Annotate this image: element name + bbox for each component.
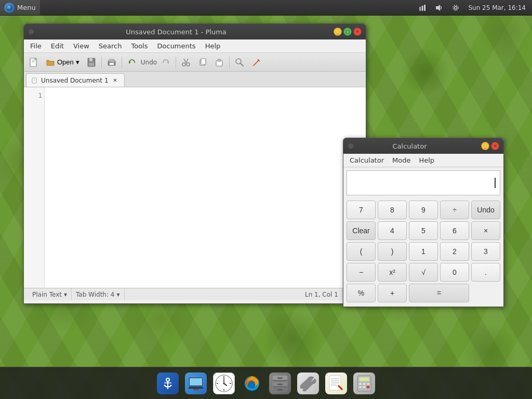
dock-item-text-editor[interactable]	[324, 371, 349, 396]
find-button[interactable]	[232, 55, 247, 70]
calc-menu-calculator[interactable]: Calculator	[345, 155, 388, 166]
dock-item-firefox[interactable]	[240, 371, 264, 396]
svg-rect-38	[190, 378, 202, 385]
svg-rect-15	[109, 59, 114, 62]
highlight-button[interactable]	[248, 55, 264, 70]
pluma-menubar: File Edit View Search Tools Documents He…	[24, 39, 366, 53]
calc-close-button[interactable]: ✕	[491, 142, 499, 150]
pluma-menu-view[interactable]: View	[69, 41, 94, 51]
pluma-menu-edit[interactable]: Edit	[47, 41, 68, 51]
calc-btn-3[interactable]: 3	[471, 242, 500, 261]
save-button[interactable]	[84, 55, 99, 70]
calc-btn-undo[interactable]: Undo	[471, 201, 500, 219]
pluma-menu-documents[interactable]: Documents	[153, 41, 200, 51]
clock-icon	[213, 373, 235, 394]
pluma-menu-help[interactable]: Help	[201, 41, 225, 51]
svg-rect-68	[359, 383, 362, 385]
dock-item-wharfage[interactable]	[155, 371, 180, 396]
calc-btn-2[interactable]: 2	[440, 242, 469, 261]
svg-rect-70	[367, 383, 369, 385]
calc-menubar: Calculator Mode Help	[343, 154, 503, 167]
undo-button[interactable]	[124, 55, 140, 70]
calc-btn-percent[interactable]: %	[347, 284, 376, 302]
svg-point-0	[6, 5, 12, 11]
open-button[interactable]: Open ▾	[43, 55, 83, 70]
datetime-text: Sun 25 Mar, 16:14	[468, 4, 526, 11]
calc-btn-open-paren[interactable]: (	[347, 242, 376, 261]
network-icon-item	[416, 4, 429, 12]
svg-rect-58	[277, 383, 283, 385]
calc-display	[347, 170, 500, 195]
calc-cursor	[495, 178, 496, 188]
calc-btn-add[interactable]: +	[378, 284, 407, 302]
calc-btn-8[interactable]: 8	[378, 201, 407, 219]
pluma-titlebar: Unsaved Document 1 - Pluma _ □ ✕	[24, 24, 366, 39]
tab-width-status[interactable]: Tab Width: 4 ▾	[72, 288, 125, 300]
pluma-dot	[28, 29, 34, 35]
calc-btn-1[interactable]: 1	[409, 242, 438, 261]
dock-item-files[interactable]	[268, 371, 292, 396]
calc-minimize-button[interactable]: _	[481, 142, 489, 150]
calc-btn-dot[interactable]: .	[471, 263, 500, 282]
calc-btn-0[interactable]: 0	[440, 263, 469, 282]
paste-button[interactable]	[211, 55, 227, 70]
svg-rect-72	[363, 386, 366, 388]
calc-btn-4[interactable]: 4	[378, 221, 407, 240]
calc-btn-subtract[interactable]: −	[347, 263, 376, 282]
dock-item-system-tools[interactable]	[296, 371, 321, 396]
redo-button[interactable]	[158, 55, 174, 70]
svg-line-23	[186, 59, 188, 63]
svg-rect-59	[277, 389, 283, 391]
tab-width-arrow: ▾	[116, 291, 119, 298]
copy-button[interactable]	[195, 55, 210, 70]
pluma-status-bar: Plain Text ▾ Tab Width: 4 ▾ Ln 1, Col 1 …	[24, 288, 366, 300]
dock-item-clock[interactable]	[211, 371, 236, 396]
pluma-minimize-button[interactable]: _	[334, 28, 342, 36]
text-editor-icon	[325, 373, 347, 394]
svg-point-6	[453, 5, 458, 10]
calc-btn-sqrt[interactable]: √	[409, 263, 438, 282]
svg-rect-73	[367, 386, 369, 388]
calc-btn-equals[interactable]: =	[409, 284, 469, 302]
new-button[interactable]	[26, 55, 42, 70]
calc-btn-close-paren[interactable]: )	[378, 242, 407, 261]
calc-menu-help[interactable]: Help	[415, 155, 438, 166]
tab-doc-icon	[32, 77, 38, 84]
svg-rect-67	[359, 377, 369, 381]
calc-btn-divide[interactable]: ÷	[440, 201, 469, 219]
svg-rect-1	[419, 7, 421, 11]
system-tools-icon	[297, 373, 319, 394]
cut-button[interactable]	[178, 55, 194, 70]
pluma-menu-search[interactable]: Search	[95, 41, 126, 51]
menu-button[interactable]: Menu	[0, 0, 40, 15]
calc-btn-7[interactable]: 7	[347, 201, 376, 219]
svg-rect-16	[110, 63, 114, 65]
svg-rect-25	[201, 59, 206, 64]
pluma-menu-file[interactable]: File	[26, 41, 46, 51]
calc-btn-6[interactable]: 6	[440, 221, 469, 240]
line-numbers: 1	[24, 87, 45, 288]
files-icon	[269, 373, 291, 394]
svg-rect-57	[277, 377, 283, 379]
pluma-close-button[interactable]: ✕	[353, 28, 362, 36]
calc-btn-clear[interactable]: Clear	[347, 221, 376, 240]
calc-btn-5[interactable]: 5	[409, 221, 438, 240]
pluma-toolbar: Open ▾ Undo	[24, 53, 366, 72]
pluma-maximize-button[interactable]: □	[343, 28, 352, 36]
calc-btn-multiply[interactable]: ×	[471, 221, 500, 240]
calculator-dock-icon	[353, 373, 375, 394]
print-button[interactable]	[104, 55, 119, 70]
svg-point-34	[166, 378, 169, 381]
pluma-menu-tools[interactable]: Tools	[127, 41, 152, 51]
calc-btn-square[interactable]: x²	[378, 263, 407, 282]
pluma-window: Unsaved Document 1 - Pluma _ □ ✕ File Ed…	[23, 23, 366, 304]
dock-item-calculator[interactable]	[352, 371, 377, 396]
tab-close-button[interactable]: ✕	[112, 77, 119, 84]
volume-icon-item	[433, 4, 445, 12]
calc-btn-9[interactable]: 9	[409, 201, 438, 219]
calc-menu-mode[interactable]: Mode	[388, 155, 415, 166]
editor-content[interactable]	[45, 87, 366, 288]
dock-item-file-manager[interactable]	[183, 371, 208, 396]
pluma-tab[interactable]: Unsaved Document 1 ✕	[26, 73, 125, 87]
file-type-status[interactable]: Plain Text ▾	[28, 288, 72, 300]
